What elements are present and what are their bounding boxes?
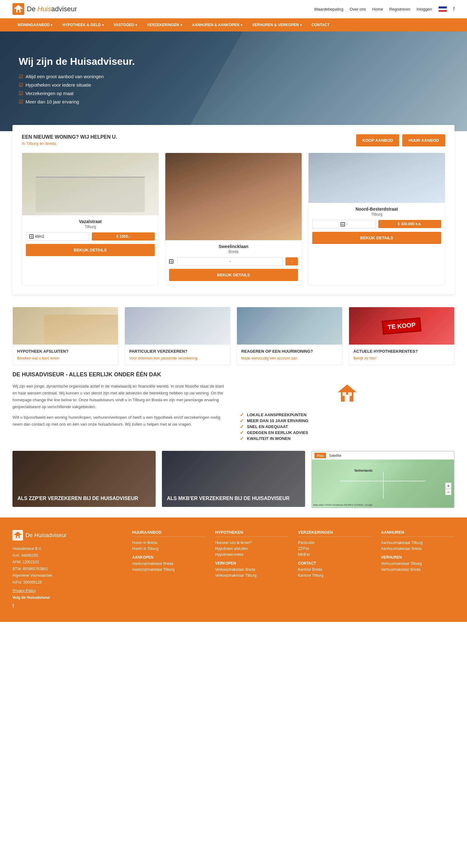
nav-aanhuren-aankopen[interactable]: AANHUREN & AANKOPEN ▾ <box>187 19 247 31</box>
footer-aankoop-breda[interactable]: Aankoopmakelaar Breda <box>132 561 206 566</box>
footer-logo: De Huisadviseur <box>12 530 123 540</box>
bekijk-details-besterdstraat-button[interactable]: Bekijk details <box>312 232 441 244</box>
nav-woningaanbod[interactable]: WONINGAANBOD ▾ <box>12 19 57 31</box>
footer-mkber[interactable]: MKB'er <box>298 552 371 557</box>
info-card-link-hypotheek[interactable]: Bereken wat u kunt lenen <box>17 356 59 361</box>
property-details-besterdstraat: - € 330.000 k.k. <box>312 220 441 229</box>
bekijk-details-sweelincklaan-button[interactable]: Bekijk details <box>169 269 298 281</box>
nav-hypotheek[interactable]: HYPOTHEEK & GELD ▾ <box>57 19 108 31</box>
map-tab-map[interactable]: Map <box>314 453 326 458</box>
info-card-image-huurwoning <box>237 307 342 345</box>
map-tab-satellite[interactable]: Satellite <box>327 453 344 458</box>
footer-contact-title: CONTACT <box>298 561 371 565</box>
huur-aanbod-button[interactable]: HUUR AANBOD <box>402 134 445 147</box>
footer-huren-tilburg[interactable]: Huren in Tilburg <box>132 547 206 551</box>
about-feature-2: ✓ MEER DAN 10 JAAR ERVARING <box>240 418 455 424</box>
info-card-content-hypotheek: HYPOTHEEK AFSLUITEN? Bereken wat u kunt … <box>13 345 118 365</box>
about-features-column: ✓ LOKALE AANSPREEKPUNTEN ✓ MEER DAN 10 J… <box>240 383 455 441</box>
te-koop-sign: TE KOOP <box>382 317 421 335</box>
nav-contact[interactable]: CONTACT <box>307 19 335 31</box>
info-card-content-verzekeren: PARTICULIER VERZEKEREN? Voor iedereen ee… <box>125 345 230 365</box>
nav-vastgoed[interactable]: VASTGOED ▾ <box>109 19 142 31</box>
map-attribution: Map data ©2025 GeoBasis-DE/BKG (©2009), … <box>313 503 373 506</box>
check-icon: ☑ <box>19 90 23 96</box>
map-zoom-controls: + − <box>445 483 452 495</box>
map-zoom-out-button[interactable]: − <box>445 489 452 495</box>
property-section: EEN NIEUWE WONING? WIJ HELPEN U. In Tilb… <box>12 125 455 294</box>
nav-waardebepaling[interactable]: Waardebepaling <box>314 7 343 11</box>
footer-verkoop-tilburg[interactable]: Verkoopmakelaar Tilburg <box>215 573 289 578</box>
property-size-dash-sweelincklaan: - <box>177 257 283 266</box>
property-price-besterdstraat: € 330.000 k.k. <box>378 220 441 228</box>
logo[interactable]: De Huisadviseur <box>12 3 77 15</box>
map-zoom-in-button[interactable]: + <box>445 483 452 489</box>
about-feature-5: ✓ KWALITEIT IN WONEN <box>240 436 455 441</box>
bekijk-details-vazalstraat-button[interactable]: Bekijk details <box>26 244 155 256</box>
hero-feature-3: ☑Verzekeringen op maat <box>19 90 135 96</box>
footer-aanhuur-tilburg[interactable]: Aanhuurmakelaar Tilburg <box>381 540 455 545</box>
hero-features-list: ☑Altijd een groot aanbod van woningen ☑H… <box>19 73 135 105</box>
info-card-link-hypotheekrentes[interactable]: Bekijk ze hier! <box>353 356 377 361</box>
footer-verkopen-title: VERKOPEN <box>215 561 289 565</box>
grid-icon <box>29 234 34 239</box>
footer-aankopen-title: AANKOPEN <box>132 555 206 560</box>
grid-icon <box>341 222 345 226</box>
nav-over-ons[interactable]: Over ons <box>349 7 366 11</box>
footer-verhuur-breda[interactable]: Verhuurmakelaar Breda <box>381 567 455 572</box>
property-city-sweelincklaan: Breda <box>169 250 298 254</box>
property-price-dash-sweelincklaan: - <box>286 257 298 266</box>
hero-section: Wij zijn de Huisadviseur. ☑Altijd een gr… <box>0 31 467 131</box>
chevron-down-icon: ▾ <box>180 23 182 27</box>
footer-verkoop-breda[interactable]: Verkoopmakelaar Breda <box>215 567 289 572</box>
property-header-text: EEN NIEUWE WONING? WIJ HELPEN U. In Tilb… <box>22 134 117 146</box>
footer-hypotheek-afsluiten[interactable]: Hypotheek afsluiten <box>215 547 289 551</box>
footer-afm: AFM: 12002182 <box>12 559 123 566</box>
info-card-image-hypotheekrentes: TE KOOP <box>349 307 454 345</box>
footer-zzper[interactable]: ZZP'er <box>298 547 371 551</box>
footer-huren-breda[interactable]: Huren in Breda <box>132 540 206 545</box>
footer-hypotheekrentes[interactable]: Hypotheekrentes <box>215 552 289 557</box>
nav-inloggen[interactable]: Inloggen <box>416 7 432 11</box>
property-city-vazalstraat: Tilburg <box>26 225 155 229</box>
promo-card-mkb[interactable]: ALS MKB'ER VERZEKEREN BIJ DE HUISADVISEU… <box>162 451 305 507</box>
info-card-hypotheekrentes: TE KOOP ACTUELE HYPOTHEEKRENTES? Bekijk … <box>349 307 455 365</box>
promo-card-zzp[interactable]: ALS ZZP'ER VERZEKEREN BIJ DE HUISADVISEU… <box>12 451 156 507</box>
map-road-v <box>383 472 383 498</box>
footer-kantoor-tilburg[interactable]: Kantoor Tilburg <box>298 573 371 578</box>
footer-aanhuur-breda[interactable]: Aanhuurmakelaar Breda <box>381 547 455 551</box>
footer-privacy-link[interactable]: Privacy Policy <box>12 589 123 593</box>
property-cards-grid: Vazalstraat Tilburg 48m2 € 1050,- Bekijk… <box>22 153 445 285</box>
footer-verzekeringen-title: VERZEKERINGEN <box>298 530 371 537</box>
chevron-down-icon: ▾ <box>135 23 137 27</box>
facebook-icon[interactable]: f <box>453 6 455 12</box>
footer-facebook-icon[interactable]: f <box>12 603 14 609</box>
nav-verhuren-verkopen[interactable]: VERHUREN & VERKOPEN ▾ <box>247 19 307 31</box>
info-card-link-huurwoning[interactable]: Maak eenvoudig een account aan <box>241 356 297 361</box>
nav-verzekeringen[interactable]: VERZEKERINGEN ▾ <box>142 19 187 31</box>
footer-kantoor-breda[interactable]: Kantoor Breda <box>298 567 371 572</box>
property-name-sweelincklaan: Sweelincklaan <box>169 244 298 249</box>
hero-feature-2: ☑Hypotheken voor iedere situatie <box>19 82 135 88</box>
svg-marker-4 <box>338 384 357 392</box>
promo-section: ALS ZZP'ER VERZEKEREN BIJ DE HUISADVISEU… <box>12 451 455 508</box>
info-card-title-verzekeren: PARTICULIER VERZEKEREN? <box>129 349 226 353</box>
check-icon: ✓ <box>240 424 244 430</box>
footer: De Huisadviseur Huisadviseur B.V. KvK: 6… <box>0 518 467 622</box>
footer-huuraanbod-title: HUURAANBOD <box>132 530 206 537</box>
footer-hoeveel-lenen[interactable]: Hoeveel kan ik lenen? <box>215 540 289 545</box>
property-image-sweelincklaan <box>165 153 302 240</box>
chevron-down-icon: ▾ <box>102 23 104 27</box>
flag-icon <box>438 6 447 12</box>
footer-aankoop-tilburg[interactable]: Aankoopmakelaar Tilburg <box>132 567 206 572</box>
footer-particulier[interactable]: Particulier <box>298 540 371 545</box>
footer-verhuur-tilburg[interactable]: Verhuurmakelaar Tilburg <box>381 561 455 566</box>
check-icon: ✓ <box>240 412 244 418</box>
promo-title-mkb: ALS MKB'ER VERZEKEREN BIJ DE HUISADVISEU… <box>167 495 300 502</box>
nav-registreren[interactable]: Registreren <box>389 7 410 11</box>
about-feature-3: ✓ SNEL EN ADEQUAAT <box>240 424 455 430</box>
footer-logo-text: De Huisadviseur <box>26 532 67 539</box>
map-background: Netherlands Map data ©2025 GeoBasis-DE/B… <box>312 463 454 507</box>
koop-aanbod-button[interactable]: KOOP AANBOD <box>356 134 399 147</box>
info-card-link-verzekeren[interactable]: Voor iedereen een passende verzekering <box>129 356 197 361</box>
nav-home[interactable]: Home <box>372 7 383 11</box>
